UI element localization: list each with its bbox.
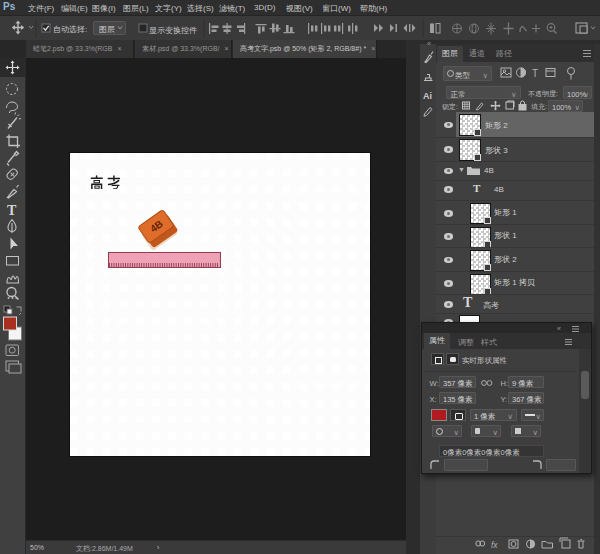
svg-text:Ai: Ai [423,91,432,101]
svg-text:fx: fx [491,540,498,550]
svg-text:T: T [532,68,538,79]
svg-text:T: T [7,203,17,218]
